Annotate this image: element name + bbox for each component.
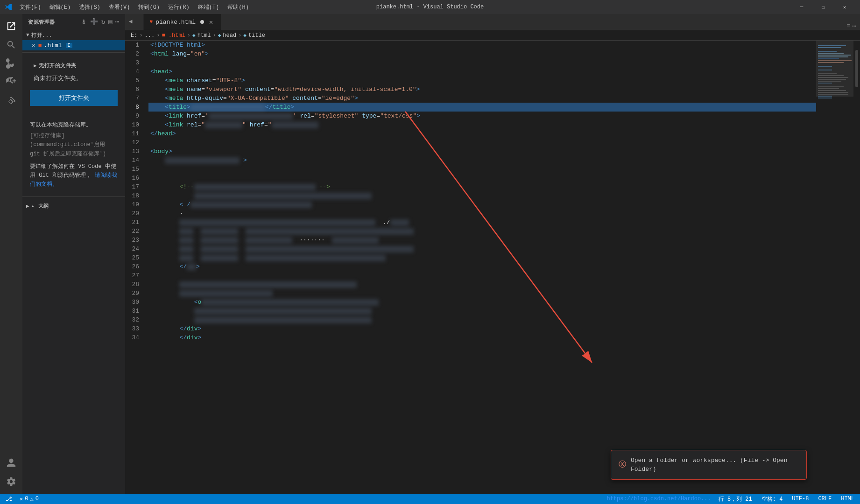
editor-tab-html[interactable]: ♥ pianke.html ✕ [144, 14, 221, 30]
line-num-33: 33 [125, 324, 143, 333]
editor-scroll-thumb[interactable] [855, 50, 858, 87]
breadcrumb-title[interactable]: title [248, 32, 265, 39]
blurred-23a [179, 237, 193, 244]
divider [22, 52, 125, 53]
status-line-col[interactable]: 行 8，列 21 [717, 494, 754, 504]
maximize-button[interactable]: ☐ [812, 0, 834, 14]
tab-close-button[interactable]: ✕ [207, 18, 215, 26]
menu-run[interactable]: 运行(R) [164, 2, 193, 12]
blurred-25a [179, 255, 193, 261]
line-col-text: 行 8，列 21 [719, 495, 752, 503]
breadcrumb-sep3: › [187, 32, 190, 39]
refresh-icon[interactable]: ↻ [101, 18, 106, 26]
status-language[interactable]: HTML [839, 494, 856, 504]
git-section: 可以在本地克隆存储库。 [可控存储库] (command:git.clone'启… [22, 115, 125, 195]
line-num-28: 28 [125, 280, 143, 289]
minimap [816, 41, 853, 494]
chevron-right-icon: ▶ [34, 63, 37, 69]
code-line-22 [148, 227, 816, 236]
line-num-23: 23 [125, 236, 143, 245]
status-line-ending[interactable]: CRLF [816, 494, 833, 504]
activity-account-icon[interactable] [3, 455, 20, 471]
activity-settings-icon[interactable] [3, 473, 20, 490]
new-folder-icon[interactable]: ➕ [90, 18, 99, 26]
activity-debug-icon[interactable] [3, 74, 20, 91]
open-folder-button[interactable]: 打开文件夹 [30, 90, 118, 106]
status-encoding[interactable]: UTF-8 [790, 494, 811, 504]
window-controls[interactable]: ─ ☐ ✕ [791, 0, 855, 14]
outline-header[interactable]: ▶ ▸ 大纲 [22, 201, 125, 211]
no-folder-header[interactable]: ▶ 无打开的文件夹 [30, 60, 118, 70]
blurred-24b [201, 246, 238, 252]
more-tabs-icon[interactable]: ⋯ [853, 22, 856, 30]
blurred-rel [205, 122, 242, 128]
split-editor-icon[interactable]: ≡ [846, 22, 850, 30]
blurred-25b [201, 255, 238, 261]
menu-help[interactable]: 帮助(H) [224, 2, 253, 12]
notification-error-icon: ⓧ [619, 461, 626, 469]
line-num-25: 25 [125, 253, 143, 262]
tab-back-icon[interactable]: ◄ [129, 18, 133, 25]
more-actions-icon[interactable]: ⋯ [115, 18, 120, 26]
activity-git-icon[interactable] [3, 55, 20, 72]
notification-popup[interactable]: ⓧ Open a folder or workspace... (File ->… [611, 450, 807, 480]
breadcrumb-drive[interactable]: E: [131, 32, 137, 39]
menu-terminal[interactable]: 终端(T) [194, 2, 223, 12]
open-file-item[interactable]: ✕ ■ .html E [22, 40, 125, 50]
code-line-30: < o [148, 298, 816, 307]
minimize-button[interactable]: ─ [791, 0, 812, 14]
blurred-14 [165, 157, 240, 164]
menu-goto[interactable]: 转到(G) [134, 2, 163, 12]
status-git-branch[interactable]: ⎇ [4, 494, 14, 504]
menu-bar[interactable]: 文件(F) 编辑(E) 选择(S) 查看(V) 转到(G) 运行(R) 终端(T… [16, 2, 253, 12]
blurred-21b [390, 219, 409, 226]
status-errors[interactable]: ✕ 0 ⚠ 0 [18, 494, 41, 504]
new-file-icon[interactable]: ﹠ [81, 18, 88, 26]
tab-filename: pianke.html [155, 19, 196, 26]
blurred-24a [179, 246, 193, 252]
minimap-slider[interactable] [816, 41, 853, 97]
line-num-26: 26 [125, 262, 143, 271]
status-spaces[interactable]: 空格: 4 [760, 494, 785, 504]
activity-explorer-icon[interactable] [3, 18, 20, 35]
code-content[interactable]: <!DOCTYPE html> <html lang="en"> <head> … [148, 41, 816, 494]
breadcrumb-html[interactable]: html [197, 32, 211, 39]
breadcrumb-dots[interactable]: ... [145, 32, 155, 39]
code-line-18 [148, 191, 816, 200]
blurred-30 [201, 299, 379, 306]
menu-file[interactable]: 文件(F) [16, 2, 45, 12]
menu-edit[interactable]: 编辑(E) [46, 2, 75, 12]
line-num-9: 9 [125, 112, 143, 120]
status-link[interactable]: https://blog.csdn.net/Hardoo... [606, 496, 711, 502]
line-num-34: 34 [125, 333, 143, 342]
line-num-7: 7 [125, 94, 143, 103]
vscode-logo-icon [5, 3, 12, 11]
activity-extensions-icon[interactable] [3, 92, 20, 109]
breadcrumb-file[interactable]: ■ .html [162, 32, 185, 39]
close-button[interactable]: ✕ [834, 0, 855, 14]
editor-scrollbar[interactable] [853, 41, 860, 494]
code-line-28 [148, 280, 816, 289]
sidebar-header-icons[interactable]: ﹠ ➕ ↻ ▤ ⋯ [81, 18, 120, 26]
breadcrumb: E: › ... › ■ .html › ◆ html › ◆ head › ◆… [125, 30, 860, 41]
breadcrumb-head[interactable]: head [223, 32, 236, 39]
line-num-27: 27 [125, 271, 143, 280]
close-file-icon[interactable]: ✕ [32, 42, 35, 49]
code-editor[interactable]: 1 2 3 4 5 6 7 8 9 10 11 12 13 14 15 16 1… [125, 41, 860, 494]
code-line-3 [148, 58, 816, 67]
activity-search-icon[interactable] [3, 36, 20, 53]
blurred-28 [179, 281, 357, 288]
editor-tab-prev[interactable]: ◄ [125, 14, 144, 30]
code-line-12 [148, 138, 816, 147]
open-files-header[interactable]: ▼ 打开... [22, 30, 125, 40]
warning-icon: ⚠ [30, 496, 33, 503]
menu-view[interactable]: 查看(V) [105, 2, 134, 12]
collapse-icon[interactable]: ▤ [108, 18, 113, 26]
code-line-19: < / [148, 200, 816, 209]
open-files-section: ▼ 打开... ✕ ■ .html E [22, 30, 125, 50]
line-num-15: 15 [125, 165, 143, 174]
menu-select[interactable]: 选择(S) [75, 2, 104, 12]
line-num-22: 22 [125, 227, 143, 236]
line-num-13: 13 [125, 147, 143, 156]
blurred-23c [246, 237, 292, 244]
